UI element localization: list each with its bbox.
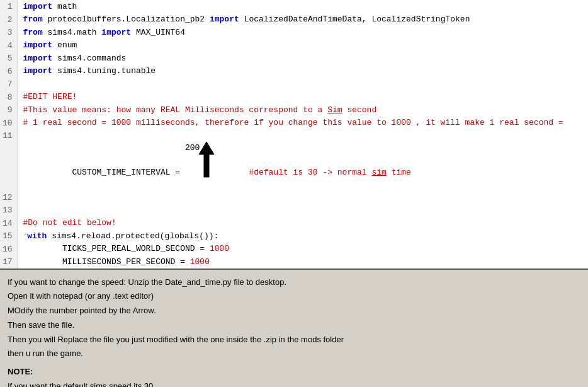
table-row: 16 TICKS_PER_REAL_WORLD_SECOND = 1000 bbox=[0, 243, 588, 256]
table-row: 1 import math bbox=[0, 0, 588, 13]
line-number: 6 bbox=[0, 65, 18, 78]
keyword: from bbox=[23, 14, 43, 24]
line-number: 7 bbox=[0, 78, 18, 91]
note-bold: NOTE: bbox=[8, 367, 33, 376]
desc-line-6: then u run the game. bbox=[8, 347, 580, 361]
keyword: import bbox=[23, 66, 53, 76]
svg-marker-0 bbox=[199, 142, 214, 177]
code-line: #EDIT HERE! bbox=[18, 91, 588, 104]
line-number: 1 bbox=[0, 0, 18, 13]
line-number: 3 bbox=[0, 26, 18, 39]
code-line bbox=[18, 204, 588, 217]
number: 1000 bbox=[190, 257, 210, 267]
arrow-container: 200 bbox=[185, 142, 244, 179]
code-line: ⁻with sims4.reload.protected(globals()): bbox=[18, 229, 588, 243]
code-line: from protocolbuffers.Localization_pb2 im… bbox=[18, 13, 588, 26]
code-line: MILLISECONDS_PER_SECOND = 1000 bbox=[18, 255, 588, 269]
line-number: 5 bbox=[0, 52, 18, 65]
line-number: 4 bbox=[0, 39, 18, 52]
table-row: 5 import sims4.commands bbox=[0, 52, 588, 65]
desc-line-1: If you want to change the speed: Unzip t… bbox=[8, 276, 580, 289]
keyword: import bbox=[23, 40, 53, 50]
table-row: 9 #This value means: how many REAL Milli… bbox=[0, 103, 588, 117]
line-number: 15 bbox=[0, 229, 18, 243]
table-row: 12 bbox=[0, 191, 588, 204]
line-number: 11 bbox=[0, 129, 18, 191]
keyword: with bbox=[27, 231, 47, 241]
line-number: 16 bbox=[0, 243, 18, 256]
comment: # 1 real second = 1000 milliseconds, the… bbox=[23, 118, 563, 127]
table-row: 7 bbox=[0, 78, 588, 91]
comment: #Do not edit below! bbox=[23, 218, 116, 228]
comment: #EDIT HERE! bbox=[23, 92, 77, 101]
code-line: CUSTOM_TIME_INTERVAL = 200 #default is 3… bbox=[18, 129, 588, 191]
code-line bbox=[18, 191, 588, 204]
line-number: 17 bbox=[0, 255, 18, 269]
keyword: import bbox=[101, 28, 131, 37]
code-line: import sims4.tuning.tunable bbox=[18, 65, 588, 78]
description-section: If you want to change the speed: Unzip t… bbox=[0, 270, 588, 388]
table-row: 17 MILLISECONDS_PER_SECOND = 1000 bbox=[0, 255, 588, 269]
line-number: 8 bbox=[0, 91, 18, 104]
desc-line-4: Then save the file. bbox=[8, 319, 580, 332]
keyword: import bbox=[23, 54, 53, 63]
code-line: import enum bbox=[18, 39, 588, 52]
code-line: #Do not edit below! bbox=[18, 217, 588, 230]
keyword: from bbox=[23, 28, 43, 37]
desc-line-2: Open it with notepad (or any .text edito… bbox=[8, 290, 580, 303]
code-line: TICKS_PER_REAL_WORLD_SECOND = 1000 bbox=[18, 243, 588, 256]
code-line: import math bbox=[18, 0, 588, 13]
table-row: 15 ⁻with sims4.reload.protected(globals(… bbox=[0, 229, 588, 243]
line-number: 14 bbox=[0, 217, 18, 230]
table-row: 8 #EDIT HERE! bbox=[0, 91, 588, 104]
number: 1000 bbox=[210, 244, 229, 253]
line-number: 13 bbox=[0, 204, 18, 217]
code-section: 1 import math 2 from protocolbuffers.Loc… bbox=[0, 0, 588, 270]
table-row: 10 # 1 real second = 1000 milliseconds, … bbox=[0, 117, 588, 130]
line-number: 12 bbox=[0, 191, 18, 204]
arrow-icon bbox=[194, 141, 219, 178]
comment: #This value means: how many REAL Millise… bbox=[23, 105, 377, 115]
code-line: #This value means: how many REAL Millise… bbox=[18, 103, 588, 117]
table-row: 14 #Do not edit below! bbox=[0, 217, 588, 230]
desc-line-3: MOdify the number pointed by the Arrow. bbox=[8, 304, 580, 318]
desc-line-5: Then you will Replace the file you just … bbox=[8, 333, 580, 347]
line-number: 9 bbox=[0, 103, 18, 117]
keyword: import bbox=[210, 14, 239, 24]
comment: #default is 30 -> normal sim time bbox=[249, 168, 410, 177]
note-text: If you want the default sims speed its 3… bbox=[8, 380, 580, 387]
table-row: 11 CUSTOM_TIME_INTERVAL = 200 #default i… bbox=[0, 129, 588, 191]
code-line: # 1 real second = 1000 milliseconds, the… bbox=[18, 117, 588, 130]
line-number: 10 bbox=[0, 117, 18, 130]
note-label: NOTE: bbox=[8, 366, 580, 379]
table-row: 13 bbox=[0, 204, 588, 217]
table-row: 2 from protocolbuffers.Localization_pb2 … bbox=[0, 13, 588, 26]
keyword: import bbox=[23, 2, 53, 11]
code-line: import sims4.commands bbox=[18, 52, 588, 65]
code-line bbox=[18, 78, 588, 91]
table-row: 4 import enum bbox=[0, 39, 588, 52]
line-number: 2 bbox=[0, 13, 18, 26]
table-row: 6 import sims4.tuning.tunable bbox=[0, 65, 588, 78]
code-table: 1 import math 2 from protocolbuffers.Loc… bbox=[0, 0, 588, 269]
code-line: from sims4.math import MAX_UINT64 bbox=[18, 26, 588, 39]
table-row: 3 from sims4.math import MAX_UINT64 bbox=[0, 26, 588, 39]
